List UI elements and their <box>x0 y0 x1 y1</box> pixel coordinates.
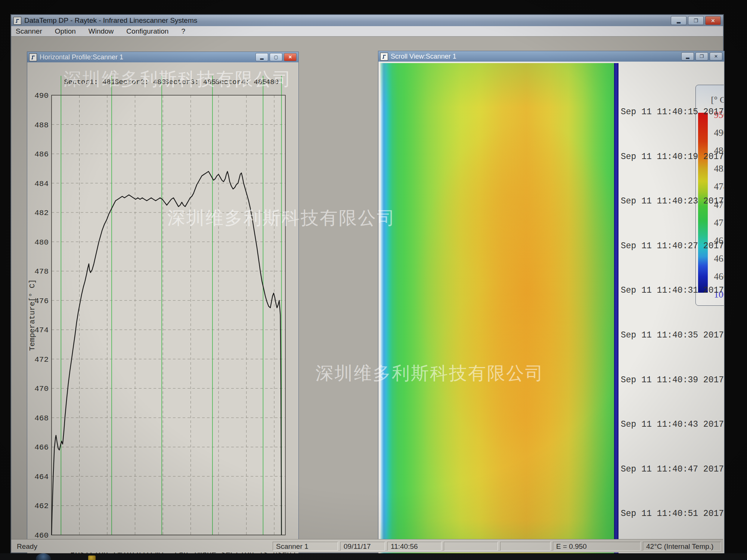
scroll-window-title: Scroll View:Scanner 1 <box>391 53 456 60</box>
svg-text:480: 480 <box>34 238 49 247</box>
horizontal-profile-chart: Sector1: 481Sector2: 483Sector3: 485Sect… <box>28 62 298 556</box>
scroll-close-button[interactable]: ✕ <box>710 52 722 60</box>
timestamp: Sep 11 11:40:19 2017 <box>621 152 724 162</box>
status-cell-4 <box>444 542 498 551</box>
svg-text:482: 482 <box>34 209 49 217</box>
timestamp: Sep 11 11:40:43 2017 <box>621 420 724 429</box>
profile-close-button[interactable]: ✕ <box>284 53 297 61</box>
main-window-title: DataTemp DP - Raytek - Infrared Linescan… <box>24 16 197 25</box>
profile-minimize-button[interactable]: ▂ <box>255 53 268 61</box>
profile-window-icon <box>29 53 37 61</box>
main-window-buttons: ▂ ❐ ✕ <box>671 16 721 25</box>
y-axis-title: Temperature[° C] <box>28 279 37 351</box>
svg-text:490: 490 <box>34 91 49 100</box>
menu-item-configuration[interactable]: Configuration <box>126 27 168 35</box>
svg-text:464: 464 <box>34 473 49 481</box>
scale-value-482: 482 <box>702 164 724 174</box>
close-button[interactable]: ✕ <box>705 16 721 25</box>
main-title-bar[interactable]: DataTemp DP - Raytek - Infrared Linescan… <box>11 15 723 26</box>
start-button[interactable] <box>36 553 51 560</box>
status-cell-1: Scanner 1 <box>273 542 338 551</box>
profile-maximize-button[interactable]: ▢ <box>270 53 282 61</box>
status-cell-7: 42°C (Internal Temp.) <box>643 542 721 551</box>
scale-value-478: 478 <box>702 181 724 192</box>
app-icon <box>13 17 21 25</box>
status-cell-0: Ready <box>13 542 270 551</box>
scale-value-471: 471 <box>702 218 724 228</box>
watermark-text: 深圳维多利斯科技有限公司 <box>316 361 544 385</box>
monitor-photo: DataTemp DP - Raytek - Infrared Linescan… <box>0 0 747 560</box>
svg-text:466: 466 <box>34 443 49 452</box>
scale-unit-label: [° C] <box>711 95 724 105</box>
svg-text:460: 460 <box>34 531 49 540</box>
status-cell-3: 11:40:56 <box>387 542 441 551</box>
svg-text:488: 488 <box>34 121 49 130</box>
temperature-scale-panel: [° C] 950490486482478475471467463460100 <box>695 85 724 306</box>
svg-text:486: 486 <box>34 150 49 159</box>
menu-item-scanner[interactable]: Scanner <box>16 27 42 35</box>
timestamp: Sep 11 11:40:47 2017 <box>621 464 724 474</box>
timestamp: Sep 11 11:40:31 2017 <box>621 286 724 295</box>
scroll-minimize-button[interactable]: ▂ <box>681 52 694 60</box>
svg-text:468: 468 <box>34 414 49 423</box>
minimize-button[interactable]: ▂ <box>671 16 686 25</box>
menu-item-[interactable]: ? <box>181 27 185 35</box>
taskbar <box>0 553 747 560</box>
taskbar-app-icon[interactable] <box>88 556 96 560</box>
svg-text:484: 484 <box>34 180 49 188</box>
scroll-title-bar[interactable]: Scroll View:Scanner 1 ▂ ❐ ✕ <box>378 51 724 62</box>
thermal-scroll-image[interactable] <box>380 63 614 554</box>
status-cell-2: 09/11/17 <box>340 542 385 551</box>
profile-title-bar[interactable]: Horizontal Profile:Scanner 1 ▂ ▢ ✕ <box>27 52 298 62</box>
restore-button[interactable]: ❐ <box>688 16 704 25</box>
timestamp: Sep 11 11:40:15 2017 <box>621 107 724 117</box>
status-cell-6: E = 0.950 <box>553 542 641 551</box>
watermark-text: 深圳维多利斯科技有限公司 <box>63 67 292 91</box>
scroll-view-content: [° C] 950490486482478475471467463460100 … <box>379 62 724 556</box>
profile-chart-area: Sector1: 481Sector2: 483Sector3: 485Sect… <box>28 62 298 556</box>
profile-window-title: Horizontal Profile:Scanner 1 <box>40 53 123 61</box>
scroll-restore-button[interactable]: ❐ <box>695 52 708 60</box>
menu-item-option[interactable]: Option <box>55 27 76 35</box>
scroll-window-icon <box>380 53 388 60</box>
status-cell-5 <box>500 542 551 551</box>
timestamp: Sep 11 11:40:35 2017 <box>621 330 724 340</box>
svg-text:470: 470 <box>34 385 49 393</box>
menu-item-window[interactable]: Window <box>89 27 114 35</box>
scan-edge-strip <box>614 63 619 554</box>
timestamp: Sep 11 11:40:39 2017 <box>621 375 724 385</box>
timestamp: Sep 11 11:40:23 2017 <box>621 196 724 206</box>
svg-text:478: 478 <box>34 267 49 276</box>
timestamp: Sep 11 11:40:27 2017 <box>621 241 724 251</box>
profile-window-buttons: ▂ ▢ ✕ <box>255 53 297 61</box>
scroll-view-window: Scroll View:Scanner 1 ▂ ❐ ✕ [° C] 950490… <box>378 51 725 556</box>
scale-value-463: 463 <box>702 253 724 264</box>
status-bar: ReadyScanner 109/11/1711:40:56E = 0.9504… <box>11 539 723 553</box>
svg-text:462: 462 <box>34 502 49 510</box>
horizontal-profile-window: Horizontal Profile:Scanner 1 ▂ ▢ ✕ Secto… <box>27 52 299 556</box>
scale-value-490: 490 <box>702 128 724 138</box>
app-window: DataTemp DP - Raytek - Infrared Linescan… <box>10 14 724 553</box>
scroll-window-buttons: ▂ ❐ ✕ <box>681 52 722 60</box>
watermark-text: 深圳维多利斯科技有限公司 <box>167 206 396 230</box>
scale-value-460: 460 <box>702 271 724 282</box>
timestamp: Sep 11 11:40:51 2017 <box>621 509 724 519</box>
svg-text:472: 472 <box>34 355 49 364</box>
menu-bar: ScannerOptionWindowConfiguration? <box>11 26 723 37</box>
